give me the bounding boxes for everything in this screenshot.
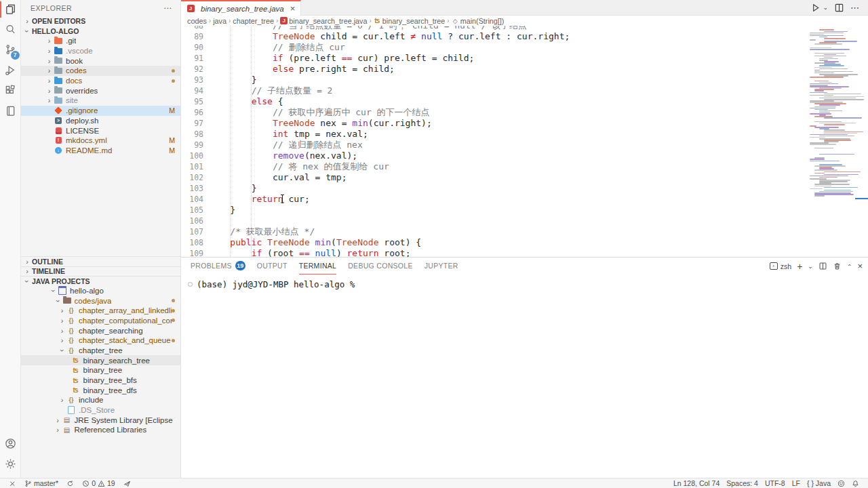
breadcrumb-item[interactable]: chapter_tree	[233, 17, 274, 25]
code-line-92[interactable]: 92 else pre.right = child;	[181, 64, 868, 75]
maximize-panel-icon[interactable]: ⌄	[847, 263, 852, 270]
split-terminal-icon[interactable]	[818, 262, 827, 270]
remote-indicator[interactable]	[5, 479, 20, 488]
java-project-item-binary-search-tree[interactable]: ʦbinary_search_tree	[21, 355, 180, 365]
code-line-94[interactable]: 94 // 子结点数量 = 2	[181, 85, 868, 96]
activitybar-explorer[interactable]	[0, 0, 21, 20]
feedback-indicator[interactable]	[834, 479, 848, 488]
editor-more-actions-icon[interactable]: ⋯	[850, 3, 860, 13]
tab-close-icon[interactable]: ×	[290, 3, 296, 14]
code-line-89[interactable]: 89 TreeNode child = cur.left ≠ null ? cu…	[181, 31, 868, 42]
java-project-item-binary-tree-bfs[interactable]: ʦbinary_tree_bfs	[21, 375, 180, 386]
explorer-item-mkdocs-yml[interactable]: mkdocs.ymlM	[21, 136, 180, 146]
java-projects-header[interactable]: › JAVA PROJECTS	[21, 276, 180, 286]
activitybar-notebook[interactable]	[0, 102, 21, 122]
explorer-item-codes[interactable]: ›codes	[21, 66, 180, 76]
java-project-item-chapter-computational-complexity[interactable]: ›{}chapter_computational_complexity	[21, 316, 180, 326]
minimap[interactable]	[807, 26, 863, 202]
git-branch-indicator[interactable]: master*	[21, 479, 62, 488]
java-project-item-binary-tree[interactable]: ʦbinary_tree	[21, 365, 180, 375]
explorer-item-site[interactable]: ›site	[21, 96, 180, 106]
code-line-96[interactable]: 96 // 获取中序遍历中 cur 的下一个结点	[181, 107, 868, 118]
code-line-97[interactable]: 97 TreeNode nex = min(cur.right);	[181, 118, 868, 129]
explorer-item--git[interactable]: ›.git	[21, 36, 180, 46]
code-line-103[interactable]: 103 }	[181, 183, 868, 194]
code-line-90[interactable]: 90 // 删除结点 cur	[181, 42, 868, 53]
new-terminal-dropdown-icon[interactable]: ⌄	[808, 263, 813, 270]
project-root-header[interactable]: › HELLO-ALGO	[21, 26, 180, 37]
java-project-item-chapter-array-and-linkedlist[interactable]: ›{}chapter_array_and_linkedlist	[21, 306, 180, 316]
breadcrumb-item[interactable]: ʦbinary_search_tree	[374, 17, 445, 25]
sidebar-more-actions[interactable]: ⋯	[163, 3, 172, 13]
code-line-93[interactable]: 93 }	[181, 75, 868, 85]
java-project-item-hello-algo[interactable]: ›hello-algo	[21, 286, 180, 296]
shell-picker[interactable]: › zsh	[770, 262, 791, 270]
code-line-102[interactable]: 102 cur.val = tmp;	[181, 172, 868, 183]
run-button[interactable]	[810, 3, 821, 13]
java-project-item-include[interactable]: ›{}include	[21, 395, 180, 405]
code-line-106[interactable]: 106	[181, 216, 868, 226]
activitybar-source-control[interactable]: 7	[0, 41, 21, 61]
code-line-108[interactable]: 108 public TreeNode min(TreeNode root) {	[181, 237, 868, 248]
code-line-109[interactable]: 109 if (root == null) return root;	[181, 248, 868, 257]
code-editor[interactable]: 88 // 当子结点数量 = 0 / 1 时， child = null / 该…	[181, 26, 868, 257]
launch-indicator[interactable]	[120, 479, 134, 488]
explorer-item-license[interactable]: LICENSE	[21, 125, 180, 136]
code-line-98[interactable]: 98 int tmp = nex.val;	[181, 129, 868, 140]
notifications-indicator[interactable]	[848, 479, 863, 488]
explorer-item-overrides[interactable]: ›overrides	[21, 85, 180, 96]
breadcrumb-item[interactable]: binary_search_tree.java	[280, 17, 367, 25]
code-line-99[interactable]: 99 // 递归删除结点 nex	[181, 140, 868, 150]
tab-binary-search-tree-java[interactable]: binary_search_tree.java ×	[181, 0, 301, 16]
code-line-101[interactable]: 101 // 将 nex 的值复制给 cur	[181, 161, 868, 172]
java-project-item--ds-store[interactable]: .DS_Store	[21, 405, 180, 415]
java-project-item-chapter-stack-and-queue[interactable]: ›{}chapter_stack_and_queue	[21, 336, 180, 346]
activitybar-run-debug[interactable]	[0, 61, 21, 81]
explorer-item--gitignore[interactable]: .gitignoreM	[21, 106, 180, 116]
panel-tab-output[interactable]: OUTPUT	[257, 258, 288, 274]
explorer-item--vscode[interactable]: ›.vscode	[21, 46, 180, 56]
explorer-item-docs[interactable]: ›docs	[21, 76, 180, 86]
code-line-100[interactable]: 100 remove(nex.val);	[181, 150, 868, 161]
problems-indicator[interactable]: 0 19	[79, 479, 119, 488]
timeline-header[interactable]: › TIMELINE	[21, 266, 180, 277]
code-line-107[interactable]: 107 /* 获取最小结点 */	[181, 226, 868, 237]
split-editor-icon[interactable]	[834, 3, 844, 13]
code-line-95[interactable]: 95 else {	[181, 96, 868, 107]
run-dropdown-icon[interactable]: ⌄	[823, 4, 828, 11]
activitybar-extensions[interactable]	[0, 81, 21, 102]
explorer-item-deploy-sh[interactable]: deploy.sh	[21, 116, 180, 126]
cursor-position[interactable]: Ln 128, Col 74	[670, 479, 723, 488]
eol-sequence[interactable]: LF	[789, 479, 804, 488]
code-line-105[interactable]: 105 }	[181, 205, 868, 216]
java-project-item-codes-java[interactable]: ›codes/java	[21, 296, 180, 306]
kill-terminal-trash-icon[interactable]	[833, 262, 842, 270]
activitybar-settings[interactable]	[0, 455, 21, 475]
open-editors-header[interactable]: › OPEN EDITORS	[21, 16, 180, 26]
panel-tab-problems[interactable]: PROBLEMS19	[191, 258, 245, 274]
panel-tab-debug-console[interactable]: DEBUG CONSOLE	[348, 258, 413, 274]
new-terminal-icon[interactable]: +	[797, 261, 802, 272]
java-project-item-binary-tree-dfs[interactable]: ʦbinary_tree_dfs	[21, 385, 180, 395]
breadcrumb-item[interactable]: java	[213, 17, 226, 25]
panel-tab-terminal[interactable]: TERMINAL	[299, 258, 337, 274]
code-line-91[interactable]: 91 if (pre.left == cur) pre.left = child…	[181, 53, 868, 64]
outline-header[interactable]: › OUTLINE	[21, 256, 180, 266]
java-project-item-chapter-tree[interactable]: ›{}chapter_tree	[21, 346, 180, 356]
activitybar-search[interactable]	[0, 20, 21, 41]
code-line-88[interactable]: 88 // 当子结点数量 = 0 / 1 时， child = null / 该…	[181, 26, 868, 31]
java-project-item-referenced-libraries[interactable]: ›▤Referenced Libraries	[21, 425, 180, 435]
language-mode[interactable]: { } Java	[804, 479, 834, 488]
java-project-item-chapter-searching[interactable]: ›{}chapter_searching	[21, 325, 180, 336]
explorer-item-readme-md[interactable]: README.mdM	[21, 146, 180, 156]
panel-tab-jupyter[interactable]: JUPYTER	[425, 258, 458, 274]
breadcrumb-item[interactable]: codes	[187, 17, 207, 25]
encoding[interactable]: UTF-8	[762, 479, 789, 488]
close-panel-icon[interactable]: ×	[857, 261, 863, 271]
activitybar-accounts[interactable]	[0, 434, 21, 455]
sync-indicator[interactable]	[63, 479, 77, 488]
breadcrumb-item[interactable]: ◇main(String[])	[452, 17, 505, 25]
java-project-item-jre-system-library-eclipse-temurin-17-17-[interactable]: ›▤JRE System Library [Eclipse Temurin 17…	[21, 415, 180, 425]
indentation[interactable]: Spaces: 4	[723, 479, 762, 488]
terminal-view[interactable]: (base) jyd@JYD-MBP hello-algo %	[181, 274, 868, 478]
